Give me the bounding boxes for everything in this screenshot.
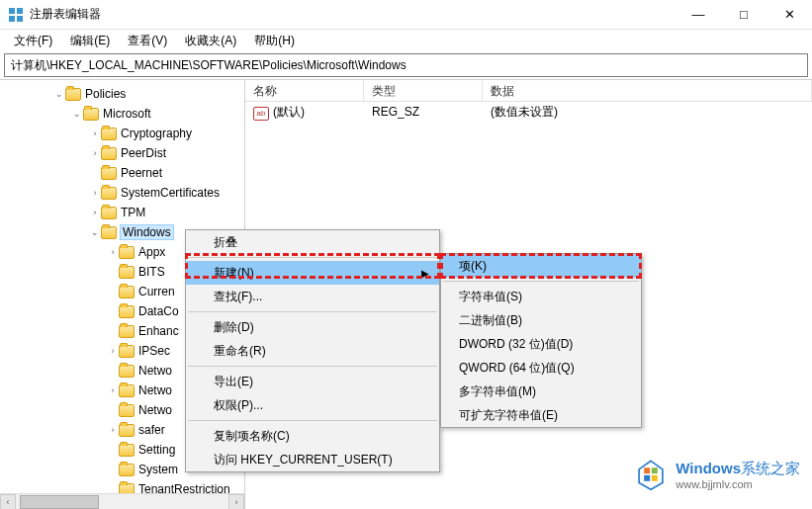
folder-icon bbox=[101, 127, 117, 140]
value-type: REG_SZ bbox=[364, 105, 483, 119]
regedit-icon bbox=[8, 7, 24, 23]
folder-icon bbox=[119, 286, 135, 298]
col-header-data[interactable]: 数据 bbox=[483, 80, 812, 101]
close-button[interactable]: ✕ bbox=[767, 0, 812, 29]
minimize-button[interactable]: — bbox=[676, 0, 721, 29]
separator bbox=[188, 311, 437, 312]
menu-favorites[interactable]: 收藏夹(A) bbox=[177, 31, 244, 51]
folder-icon bbox=[101, 167, 117, 180]
window-title: 注册表编辑器 bbox=[30, 6, 676, 23]
folder-icon bbox=[119, 384, 135, 397]
folder-icon bbox=[119, 424, 135, 437]
ctx-collapse[interactable]: 折叠 bbox=[186, 230, 439, 254]
sub-binary[interactable]: 二进制值(B) bbox=[441, 308, 641, 332]
menu-view[interactable]: 查看(V) bbox=[120, 31, 175, 51]
chevron-right-icon[interactable] bbox=[89, 208, 101, 217]
scroll-left-button[interactable]: ‹ bbox=[0, 494, 16, 510]
folder-icon bbox=[101, 226, 117, 239]
maximize-button[interactable]: □ bbox=[721, 0, 767, 29]
sub-key[interactable]: 项(K) bbox=[441, 254, 641, 278]
ctx-rename[interactable]: 重命名(R) bbox=[186, 339, 439, 363]
folder-icon bbox=[119, 404, 135, 417]
separator bbox=[188, 420, 437, 421]
col-header-name[interactable]: 名称 bbox=[245, 80, 364, 101]
col-header-type[interactable]: 类型 bbox=[364, 80, 483, 101]
chevron-right-icon[interactable] bbox=[107, 247, 119, 257]
tree-item[interactable]: PeerDist bbox=[0, 143, 244, 163]
folder-icon bbox=[101, 187, 117, 200]
tree-item-microsoft[interactable]: Microsoft bbox=[0, 104, 244, 124]
menu-bar: 文件(F) 编辑(E) 查看(V) 收藏夹(A) 帮助(H) bbox=[0, 30, 812, 51]
folder-icon bbox=[101, 207, 117, 219]
ctx-goto-hkcu[interactable]: 访问 HKEY_CURRENT_USER(T) bbox=[186, 448, 439, 471]
value-data: (数值未设置) bbox=[483, 104, 812, 121]
sub-expandable-string[interactable]: 可扩充字符串值(E) bbox=[441, 403, 641, 427]
address-path: 计算机\HKEY_LOCAL_MACHINE\SOFTWARE\Policies… bbox=[11, 57, 406, 74]
tree-item[interactable]: Cryptography bbox=[0, 124, 244, 143]
chevron-right-icon[interactable] bbox=[89, 188, 101, 198]
folder-icon bbox=[119, 345, 135, 358]
tree-item[interactable]: SystemCertificates bbox=[0, 183, 244, 203]
ctx-export[interactable]: 导出(E) bbox=[186, 370, 439, 393]
chevron-right-icon[interactable] bbox=[89, 128, 101, 138]
folder-icon bbox=[119, 464, 135, 476]
list-row[interactable]: ab(默认) REG_SZ (数值未设置) bbox=[245, 102, 812, 122]
separator bbox=[188, 257, 437, 258]
address-bar[interactable]: 计算机\HKEY_LOCAL_MACHINE\SOFTWARE\Policies… bbox=[4, 53, 808, 77]
chevron-down-icon[interactable] bbox=[53, 89, 65, 99]
menu-help[interactable]: 帮助(H) bbox=[246, 31, 303, 51]
chevron-right-icon[interactable] bbox=[107, 385, 119, 395]
svg-rect-3 bbox=[17, 16, 23, 22]
value-name: (默认) bbox=[273, 105, 305, 119]
folder-icon bbox=[119, 246, 135, 259]
chevron-right-icon[interactable] bbox=[107, 346, 119, 356]
folder-icon bbox=[119, 365, 135, 378]
menu-edit[interactable]: 编辑(E) bbox=[62, 31, 118, 51]
menu-file[interactable]: 文件(F) bbox=[6, 31, 60, 51]
folder-icon bbox=[119, 325, 135, 338]
tree-item-policies[interactable]: Policies bbox=[0, 84, 244, 104]
folder-icon bbox=[119, 266, 135, 279]
scroll-right-button[interactable]: › bbox=[228, 494, 244, 510]
folder-icon bbox=[119, 444, 135, 457]
new-submenu: 项(K) 字符串值(S) 二进制值(B) DWORD (32 位)值(D) QW… bbox=[440, 253, 642, 428]
svg-rect-1 bbox=[17, 8, 23, 14]
chevron-right-icon[interactable] bbox=[107, 425, 119, 435]
list-header: 名称 类型 数据 bbox=[245, 80, 812, 102]
ctx-permissions[interactable]: 权限(P)... bbox=[186, 393, 439, 417]
sub-qword[interactable]: QWORD (64 位)值(Q) bbox=[441, 356, 641, 380]
string-value-icon: ab bbox=[253, 107, 269, 121]
chevron-right-icon[interactable] bbox=[89, 148, 101, 158]
chevron-down-icon[interactable] bbox=[71, 109, 83, 119]
separator bbox=[443, 281, 639, 282]
sub-multi-string[interactable]: 多字符串值(M) bbox=[441, 380, 641, 403]
folder-icon bbox=[65, 88, 81, 101]
ctx-copy-key-name[interactable]: 复制项名称(C) bbox=[186, 424, 439, 448]
ctx-delete[interactable]: 删除(D) bbox=[186, 315, 439, 339]
sub-dword[interactable]: DWORD (32 位)值(D) bbox=[441, 332, 641, 356]
submenu-arrow-icon: ▶ bbox=[421, 268, 429, 279]
svg-rect-2 bbox=[9, 16, 15, 22]
context-menu: 折叠 新建(N)▶ 查找(F)... 删除(D) 重命名(R) 导出(E) 权限… bbox=[185, 229, 440, 472]
folder-icon bbox=[119, 305, 135, 318]
scroll-thumb[interactable] bbox=[20, 495, 99, 509]
sub-string[interactable]: 字符串值(S) bbox=[441, 285, 641, 308]
horizontal-scrollbar[interactable]: ‹ › bbox=[0, 493, 244, 509]
tree-item[interactable]: Peernet bbox=[0, 163, 244, 183]
tree-item[interactable]: TPM bbox=[0, 203, 244, 222]
svg-rect-0 bbox=[9, 8, 15, 14]
folder-icon bbox=[101, 147, 117, 160]
separator bbox=[188, 366, 437, 367]
title-bar: 注册表编辑器 — □ ✕ bbox=[0, 0, 812, 30]
ctx-find[interactable]: 查找(F)... bbox=[186, 285, 439, 308]
folder-icon bbox=[83, 108, 99, 121]
chevron-down-icon[interactable] bbox=[89, 227, 101, 237]
window-controls: — □ ✕ bbox=[676, 0, 812, 29]
ctx-new[interactable]: 新建(N)▶ bbox=[186, 261, 439, 285]
